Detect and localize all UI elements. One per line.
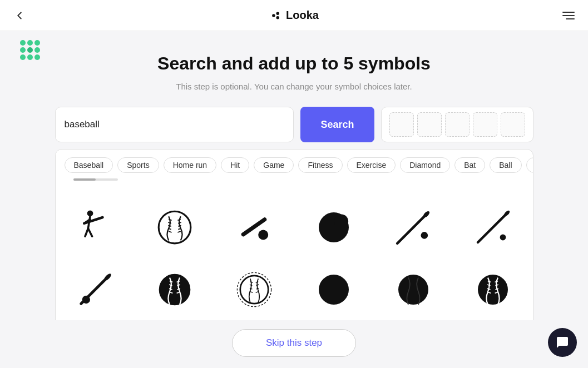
svg-point-2 [276, 16, 279, 18]
back-button[interactable] [13, 9, 26, 22]
tag-item[interactable]: Ball [490, 157, 521, 173]
icon-baseball-solid-2[interactable] [374, 258, 453, 321]
svg-point-53 [398, 275, 428, 305]
svg-line-24 [397, 215, 426, 243]
svg-point-54 [478, 275, 508, 305]
page-subtitle: This step is optional. You can change yo… [176, 82, 412, 91]
icon-bat-smallball[interactable] [56, 258, 135, 321]
svg-line-48 [256, 282, 259, 283]
header: Looka [0, 0, 588, 31]
svg-line-14 [169, 231, 171, 232]
svg-line-15 [177, 220, 180, 221]
slot-2[interactable] [417, 112, 442, 137]
svg-point-0 [272, 14, 275, 17]
svg-line-6 [88, 228, 92, 236]
search-button[interactable]: Search [300, 107, 374, 142]
svg-point-26 [421, 232, 428, 239]
icon-baseball-wreath[interactable] [215, 258, 294, 321]
svg-point-33 [160, 275, 190, 305]
search-input[interactable] [65, 119, 285, 130]
slot-3[interactable] [445, 112, 470, 137]
svg-line-17 [178, 225, 181, 226]
svg-line-50 [256, 288, 259, 289]
tag-item[interactable]: Baseball [65, 157, 113, 173]
svg-point-42 [240, 276, 268, 304]
svg-line-19 [177, 231, 180, 232]
tag-item[interactable]: Home run [164, 157, 216, 173]
icon-bat-angled[interactable] [453, 196, 533, 258]
svg-line-47 [250, 292, 253, 293]
logo-text: Looka [286, 9, 319, 22]
tag-item[interactable]: Sports [117, 157, 159, 173]
icon-baseball-half[interactable] [294, 196, 374, 258]
svg-line-44 [250, 282, 253, 283]
tag-item[interactable]: Bat [454, 157, 485, 173]
search-row: Search [55, 107, 533, 142]
tag-item[interactable]: Game [254, 157, 294, 173]
tags-row: BaseballSportsHome runHitGameFitnessExer… [56, 150, 533, 178]
tag-item[interactable]: Exercise [347, 157, 396, 173]
svg-point-52 [319, 275, 349, 305]
icon-batter-swing[interactable] [56, 196, 135, 258]
symbol-slots [381, 107, 533, 142]
svg-point-32 [82, 296, 90, 304]
icon-baseball-circle[interactable] [135, 196, 215, 258]
slot-4[interactable] [473, 112, 497, 137]
footer: Skip this step [0, 320, 588, 368]
svg-point-9 [159, 211, 191, 243]
icon-bat-thin[interactable] [374, 196, 453, 258]
slot-5[interactable] [501, 112, 525, 137]
svg-point-23 [334, 215, 348, 228]
svg-line-51 [256, 292, 259, 293]
icon-baseball-solid[interactable] [294, 258, 374, 321]
tag-item[interactable]: Hit [221, 157, 249, 173]
svg-point-21 [258, 230, 268, 240]
svg-point-29 [500, 235, 506, 241]
tag-item[interactable]: Strike [526, 157, 533, 173]
brand-dots [20, 40, 40, 60]
svg-line-12 [168, 225, 171, 226]
tag-item[interactable]: Fitness [298, 157, 342, 173]
svg-line-46 [250, 288, 253, 289]
chat-icon [556, 336, 569, 349]
svg-point-43 [237, 272, 271, 306]
logo-icon [269, 9, 281, 22]
tag-item[interactable]: Diamond [400, 157, 450, 173]
search-box [55, 107, 294, 142]
slot-1[interactable] [389, 112, 414, 137]
page-title: Search and add up to 5 symbols [157, 53, 431, 74]
icons-grid [56, 191, 533, 326]
chat-bubble-button[interactable] [548, 328, 577, 357]
results-card: BaseballSportsHome runHitGameFitnessExer… [55, 149, 533, 327]
icon-baseball-outline[interactable] [135, 258, 215, 321]
svg-point-1 [276, 12, 279, 14]
logo: Looka [269, 9, 319, 22]
skip-button[interactable]: Skip this step [232, 329, 356, 357]
svg-line-10 [169, 220, 171, 221]
icon-baseball-stitched-dark[interactable] [453, 258, 533, 321]
icon-bat-ball[interactable] [215, 196, 294, 258]
main-content: Search and add up to 5 symbols This step… [0, 31, 588, 368]
menu-button[interactable] [562, 12, 575, 19]
scroll-indicator [73, 178, 118, 181]
